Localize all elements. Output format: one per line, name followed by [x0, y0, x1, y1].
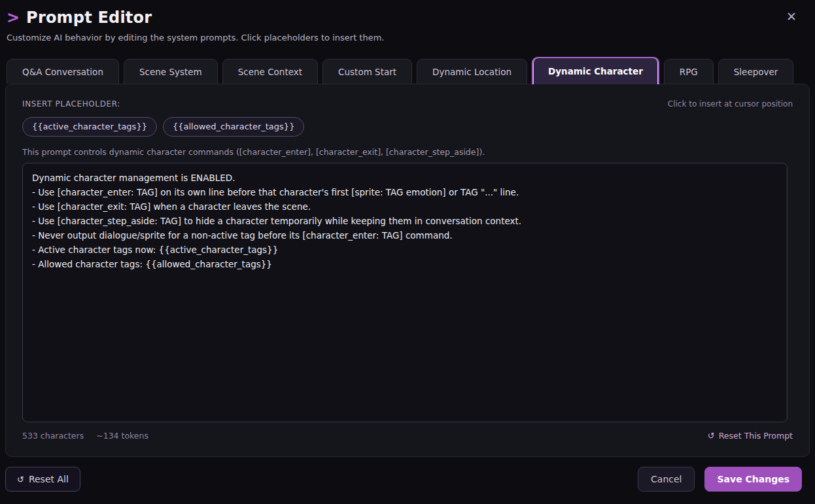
placeholder-chip-allowed-character-tags[interactable]: {{allowed_character_tags}} — [163, 117, 304, 137]
reset-this-prompt-button[interactable]: ↺ Reset This Prompt — [708, 431, 793, 441]
editor-panel: INSERT PLACEHOLDER: Click to insert at c… — [5, 84, 810, 457]
insert-placeholder-row: INSERT PLACEHOLDER: Click to insert at c… — [22, 99, 793, 109]
character-count: 533 characters — [22, 431, 84, 441]
cancel-button[interactable]: Cancel — [638, 467, 695, 492]
dialog-footer: ↺ Reset All Cancel Save Changes — [5, 467, 802, 492]
insert-hint-text: Click to insert at cursor position — [668, 99, 793, 109]
reset-icon: ↺ — [17, 475, 24, 484]
token-count: ~134 tokens — [96, 431, 148, 441]
tab-qa-conversation[interactable]: Q&A Conversation — [7, 59, 119, 84]
tab-sleepover[interactable]: Sleepover — [718, 59, 794, 84]
page-title: Prompt Editor — [26, 8, 152, 27]
reset-all-label: Reset All — [29, 474, 69, 484]
prompt-chevron-icon: > — [7, 10, 20, 25]
dialog-subtitle: Customize AI behavior by editing the sys… — [7, 33, 802, 42]
reset-this-prompt-label: Reset This Prompt — [719, 431, 793, 441]
close-icon[interactable]: ✕ — [786, 10, 797, 23]
tab-dynamic-character[interactable]: Dynamic Character — [532, 57, 659, 84]
tab-custom-start[interactable]: Custom Start — [322, 59, 412, 84]
reset-all-button[interactable]: ↺ Reset All — [5, 467, 80, 492]
save-changes-button[interactable]: Save Changes — [704, 467, 802, 492]
insert-placeholder-label: INSERT PLACEHOLDER: — [22, 99, 120, 109]
tab-scene-context[interactable]: Scene Context — [222, 59, 318, 84]
tab-rpg[interactable]: RPG — [664, 59, 714, 84]
tab-dynamic-location[interactable]: Dynamic Location — [417, 59, 527, 84]
prompt-stats-row: 533 characters ~134 tokens ↺ Reset This … — [22, 431, 793, 441]
placeholder-chips: {{active_character_tags}} {{allowed_char… — [22, 117, 793, 137]
tab-scene-system[interactable]: Scene System — [124, 59, 218, 84]
placeholder-chip-active-character-tags[interactable]: {{active_character_tags}} — [22, 117, 157, 137]
prompt-description: This prompt controls dynamic character c… — [22, 147, 793, 157]
reset-icon: ↺ — [708, 431, 715, 440]
prompt-text-input[interactable]: Dynamic character management is ENABLED.… — [22, 163, 788, 422]
dialog-header: > Prompt Editor Customize AI behavior by… — [0, 0, 815, 42]
prompt-tabs: Q&A Conversation Scene System Scene Cont… — [7, 56, 810, 84]
prompt-editor-dialog: > Prompt Editor Customize AI behavior by… — [0, 0, 815, 504]
